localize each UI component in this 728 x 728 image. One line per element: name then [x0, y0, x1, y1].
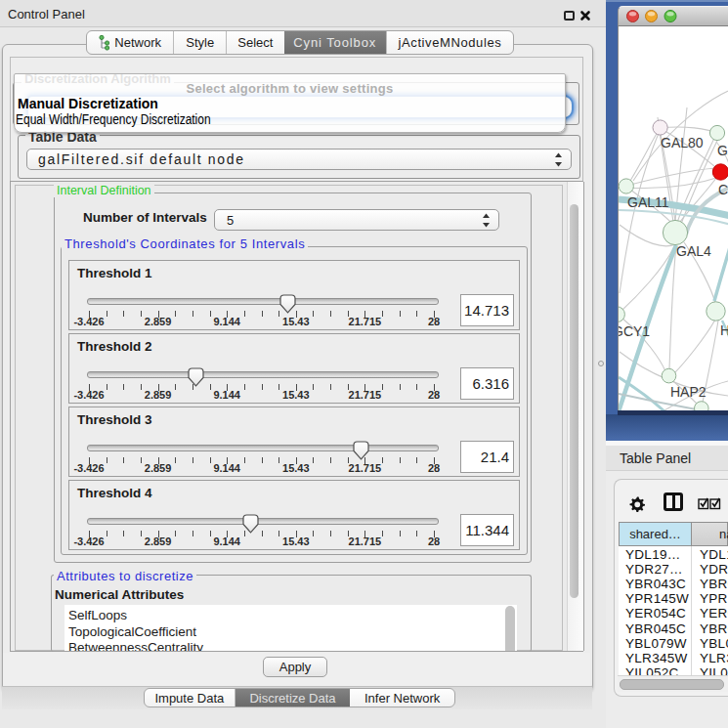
svg-text:GCY1: GCY1 [619, 323, 650, 339]
svg-text:HAP2: HAP2 [670, 384, 707, 400]
svg-text:GAL4: GAL4 [676, 243, 711, 259]
svg-text:GAL11: GAL11 [627, 194, 669, 210]
svg-text:GAL: GAL [717, 143, 728, 158]
svg-text:HA: HA [720, 322, 728, 338]
svg-text:CC: CC [718, 182, 728, 197]
svg-text:GAL80: GAL80 [661, 135, 704, 150]
